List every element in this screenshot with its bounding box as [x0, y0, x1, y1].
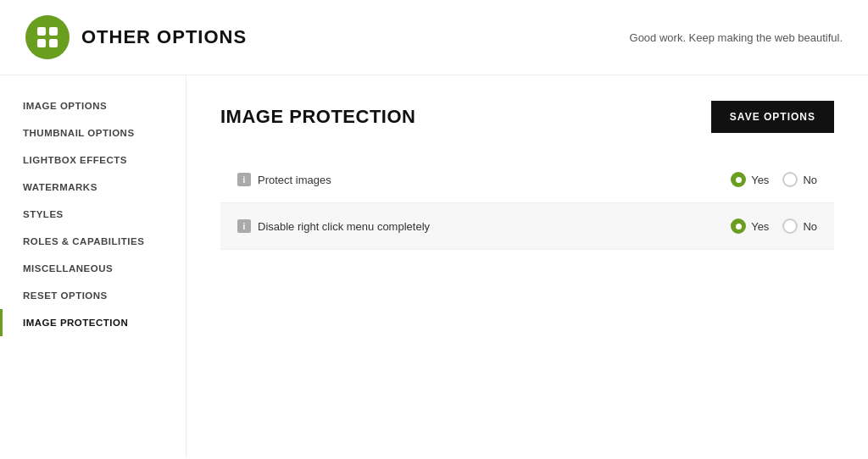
sidebar-item-styles[interactable]: Styles [0, 201, 186, 228]
page-title: IMAGE PROTECTION [220, 106, 415, 128]
main-content: IMAGE PROTECTION SAVE OPTIONS i Protect … [186, 75, 868, 458]
radio-group-disable-right-click: Yes No [731, 218, 817, 234]
info-icon-protect-images: i [237, 173, 251, 186]
sidebar-item-image-protection[interactable]: Image Protection [0, 309, 186, 336]
option-row-disable-right-click: i Disable right click menu completely Ye… [220, 203, 834, 250]
sidebar: Image OptionsThumbnail OptionsLightbox E… [0, 75, 186, 458]
header: OTHER OPTIONS Good work. Keep making the… [0, 0, 868, 75]
option-label-disable-right-click: i Disable right click menu completely [237, 219, 731, 233]
radio-group-protect-images: Yes No [731, 172, 817, 187]
sidebar-item-image-options[interactable]: Image Options [0, 92, 186, 119]
layout: Image OptionsThumbnail OptionsLightbox E… [0, 75, 868, 458]
sidebar-item-reset-options[interactable]: Reset Options [0, 282, 186, 309]
save-options-button[interactable]: SAVE OPTIONS [711, 101, 834, 133]
logo [25, 15, 70, 59]
sidebar-item-thumbnail-options[interactable]: Thumbnail Options [0, 119, 186, 147]
option-text-disable-right-click: Disable right click menu completely [258, 220, 430, 233]
header-tagline: Good work. Keep making the web beautiful… [630, 31, 843, 44]
option-label-protect-images: i Protect images [237, 173, 731, 186]
app-title: OTHER OPTIONS [81, 26, 247, 48]
svg-rect-0 [37, 27, 46, 36]
info-icon-disable-right-click: i [237, 219, 251, 233]
radio-no-protect-images[interactable]: No [782, 172, 817, 187]
header-left: OTHER OPTIONS [25, 15, 247, 59]
page-header: IMAGE PROTECTION SAVE OPTIONS [220, 101, 834, 133]
svg-rect-2 [37, 39, 46, 47]
svg-rect-1 [49, 27, 58, 36]
sidebar-item-miscellaneous[interactable]: Miscellaneous [0, 255, 186, 282]
grid-icon [35, 25, 60, 50]
svg-rect-3 [49, 39, 58, 47]
radio-yes-protect-images[interactable]: Yes [731, 172, 769, 187]
option-text-protect-images: Protect images [258, 174, 331, 186]
sidebar-item-roles-capabilities[interactable]: Roles & Capabilities [0, 228, 186, 255]
option-row-protect-images: i Protect images Yes No [220, 157, 834, 203]
radio-no-disable-right-click[interactable]: No [782, 218, 817, 234]
sidebar-item-watermarks[interactable]: Watermarks [0, 174, 186, 201]
radio-yes-disable-right-click[interactable]: Yes [731, 218, 769, 234]
sidebar-item-lightbox-effects[interactable]: Lightbox Effects [0, 147, 186, 174]
options-container: i Protect images Yes No i Disable right … [220, 157, 834, 250]
